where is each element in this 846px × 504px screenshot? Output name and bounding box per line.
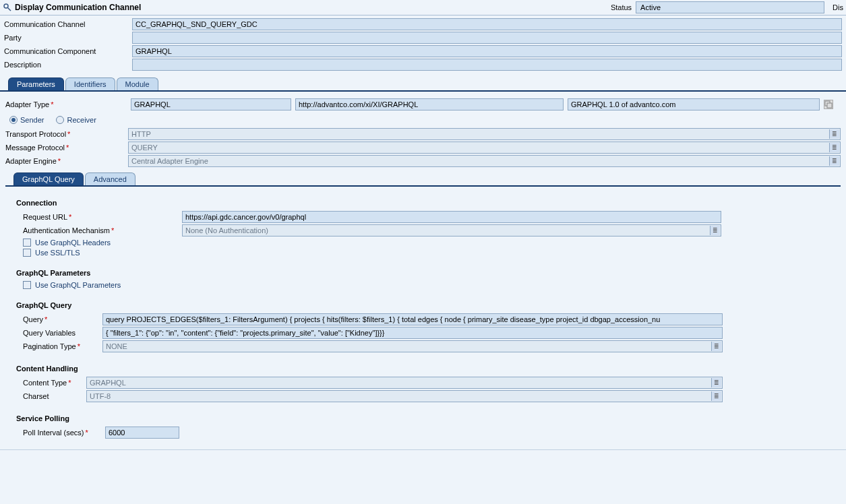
query-field[interactable]: query PROJECTS_EDGES($filters_1: Filters… [102, 313, 723, 325]
party-label: Party [4, 34, 132, 42]
content-section-title: Content Handling [16, 365, 830, 373]
adapter-type-field[interactable]: GRAPHQL [131, 98, 291, 111]
main-tabs: Parameters Identifiers Module [0, 77, 846, 92]
query-label: Query* [23, 315, 102, 323]
auth-label: Authentication Mechanism* [23, 226, 182, 234]
radio-icon [56, 116, 64, 124]
dropdown-icon[interactable]: ≣ [711, 342, 721, 351]
svg-line-1 [8, 8, 11, 11]
charset-field[interactable]: UTF-8 ≣ [86, 390, 723, 402]
status-label: Status [611, 3, 632, 11]
request-url-field[interactable]: https://api.gdc.cancer.gov/v0/graphql [182, 211, 721, 223]
engine-field[interactable]: Central Adapter Engine ≣ [128, 155, 841, 167]
use-ssl-checkbox[interactable]: Use SSL/TLS [23, 249, 830, 257]
tab-identifiers[interactable]: Identifiers [65, 77, 115, 90]
adapter-namespace-field[interactable]: http://advantco.com/xi/XI/GRAPHQL [295, 98, 564, 111]
pagination-field[interactable]: NONE ≣ [102, 340, 723, 352]
top-form: Communication Channel CC_GRAPHQL_SND_QUE… [0, 15, 846, 73]
party-field[interactable] [132, 32, 842, 44]
charset-label: Charset [23, 392, 86, 400]
status-value: Active [636, 1, 824, 13]
description-label: Description [4, 61, 132, 69]
transport-field[interactable]: HTTP ≣ [128, 128, 841, 140]
query-tab-content: Connection Request URL* https://api.gdc.… [5, 187, 841, 447]
svg-point-0 [4, 4, 8, 8]
dropdown-icon[interactable]: ≣ [711, 391, 721, 401]
sub-tabs: GraphQL Query Advanced [5, 172, 841, 187]
dropdown-icon[interactable]: ≣ [829, 156, 839, 166]
tab-module[interactable]: Module [117, 77, 158, 90]
vars-label: Query Variables [23, 329, 102, 337]
radio-receiver[interactable]: Receiver [56, 116, 96, 124]
header-bar: Display Communication Channel Status Act… [0, 0, 846, 15]
pagination-label: Pagination Type* [23, 342, 102, 350]
vars-field[interactable]: { "filters_1": {"op": "in", "content": {… [102, 327, 723, 339]
direction-radio-group: Sender Receiver [5, 113, 841, 128]
channel-label: Communication Channel [4, 20, 132, 28]
transport-label: Transport Protocol* [5, 130, 128, 138]
dropdown-icon[interactable]: ≣ [829, 129, 839, 139]
adapter-version-field[interactable]: GRAPHQL 1.0 of advantco.com [568, 98, 820, 111]
channel-field[interactable]: CC_GRAPHQL_SND_QUERY_GDC [132, 18, 842, 30]
checkbox-icon [23, 249, 31, 257]
dropdown-icon[interactable]: ≣ [711, 378, 721, 387]
polling-section-title: Service Polling [16, 414, 830, 422]
dropdown-icon[interactable]: ≣ [710, 226, 720, 235]
query-section-title: GraphQL Query [16, 301, 830, 309]
content-type-label: Content Type* [23, 379, 86, 387]
auth-field[interactable]: None (No Authentication) ≣ [182, 224, 721, 237]
adapter-type-label: Adapter Type* [5, 100, 127, 108]
connection-section-title: Connection [16, 199, 830, 207]
use-headers-checkbox[interactable]: Use GraphQL Headers [23, 239, 830, 247]
component-label: Communication Component [4, 47, 132, 55]
content-type-field[interactable]: GRAPHQL ≣ [86, 377, 723, 389]
parameters-content: Adapter Type* GRAPHQL http://advantco.co… [0, 92, 846, 450]
description-field[interactable] [132, 59, 842, 71]
svg-rect-3 [827, 103, 832, 108]
subtab-query[interactable]: GraphQL Query [13, 172, 84, 185]
tab-parameters[interactable]: Parameters [8, 77, 64, 90]
checkbox-icon [23, 239, 31, 247]
page-title: Display Communication Channel [15, 3, 141, 12]
truncated-text: Dis [833, 3, 843, 11]
radio-icon [9, 116, 18, 124]
engine-label: Adapter Engine* [5, 157, 128, 165]
display-icon [3, 3, 12, 12]
checkbox-icon [23, 281, 31, 289]
poll-interval-label: Poll Interval (secs)* [23, 429, 105, 437]
dropdown-icon[interactable]: ≣ [829, 143, 839, 152]
message-label: Message Protocol* [5, 144, 128, 152]
request-url-label: Request URL* [23, 213, 182, 221]
params-section-title: GraphQL Parameters [16, 269, 830, 277]
value-help-icon[interactable] [824, 100, 833, 109]
component-field[interactable]: GRAPHQL [132, 45, 842, 57]
radio-sender[interactable]: Sender [9, 116, 44, 124]
message-field[interactable]: QUERY ≣ [128, 141, 841, 154]
subtab-advanced[interactable]: Advanced [85, 172, 135, 185]
use-params-checkbox[interactable]: Use GraphQL Parameters [23, 281, 830, 289]
poll-interval-field[interactable]: 6000 [105, 427, 179, 439]
